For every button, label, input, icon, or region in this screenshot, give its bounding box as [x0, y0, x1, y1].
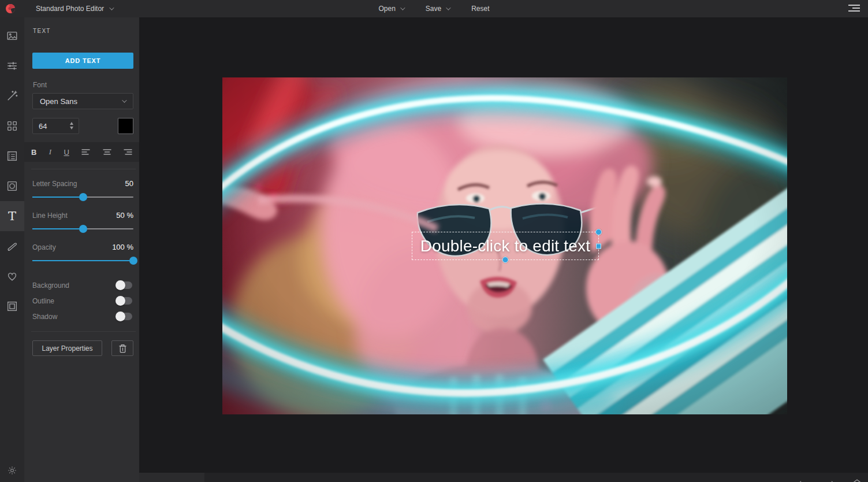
bottom-bar: − 100 % +: [139, 473, 868, 482]
hamburger-menu-icon[interactable]: [848, 5, 860, 12]
resize-handle-top-right[interactable]: [595, 229, 602, 235]
save-label: Save: [426, 5, 441, 13]
font-select[interactable]: Open Sans: [32, 93, 133, 109]
layer-properties-button[interactable]: Layer Properties: [32, 340, 102, 356]
opacity-value: 100 %: [112, 243, 133, 251]
toggle-knob: [116, 280, 125, 290]
chevron-down-icon: [122, 98, 126, 102]
letter-spacing-slider[interactable]: [32, 193, 133, 201]
topbar-actions: Open Save Reset: [378, 5, 489, 13]
letter-spacing-label: Letter Spacing: [32, 180, 77, 188]
underline-button[interactable]: U: [64, 142, 69, 162]
stepper-up-icon: [70, 122, 73, 125]
save-menu-button[interactable]: Save: [426, 5, 449, 13]
canvas-area: Double-click to edit text − 100 % +: [139, 17, 868, 482]
app-title: Standard Photo Editor: [36, 5, 104, 13]
bold-button[interactable]: B: [31, 142, 36, 162]
rail-item-focus[interactable]: [0, 171, 24, 201]
opacity-label: Opacity: [32, 243, 56, 251]
layer-actions: Layer Properties: [32, 340, 133, 356]
rail-item-sticker[interactable]: [0, 111, 24, 141]
letter-spacing-value: 50: [125, 179, 133, 188]
rail-item-filter[interactable]: [0, 81, 24, 111]
opacity-slider[interactable]: [32, 257, 133, 265]
resize-handle-bottom[interactable]: [502, 257, 509, 263]
text-color-swatch[interactable]: [118, 118, 133, 134]
line-height-slider[interactable]: [32, 225, 133, 233]
slider-thumb[interactable]: [79, 225, 87, 233]
undo-icon: [798, 479, 808, 482]
italic-button[interactable]: I: [49, 142, 51, 162]
redo-icon: [825, 479, 835, 482]
photo-editor-app: Standard Photo Editor Open Save Reset: [0, 0, 868, 482]
slider-thumb[interactable]: [129, 257, 137, 265]
line-height-value: 50 %: [116, 211, 133, 220]
sliders-icon: [6, 60, 18, 72]
grid-icon: [6, 120, 18, 132]
toggle-knob: [116, 296, 125, 306]
rail-item-frame[interactable]: [0, 141, 24, 171]
background-toggle[interactable]: [117, 281, 132, 289]
font-size-value: 64: [39, 122, 47, 131]
text-layer[interactable]: Double-click to edit text: [412, 232, 599, 260]
photo-canvas[interactable]: Double-click to edit text: [222, 77, 787, 414]
outline-toggle-label: Outline: [32, 297, 54, 305]
add-text-button[interactable]: ADD TEXT: [32, 53, 133, 69]
line-height-row: Line Height 50 %: [32, 211, 133, 233]
background-toggle-label: Background: [32, 281, 69, 290]
resize-handle-right[interactable]: [596, 243, 601, 249]
text-tool-panel: TEXT ADD TEXT Font Open Sans 64 B I U: [24, 17, 139, 482]
stepper-down-icon: [70, 127, 73, 129]
brush-icon: [6, 240, 18, 253]
font-label: Font: [33, 81, 133, 89]
settings-button[interactable]: [0, 462, 24, 479]
align-center-icon: [103, 149, 111, 155]
align-right-icon: [124, 149, 132, 155]
open-menu-button[interactable]: Open: [378, 5, 403, 13]
align-right-button[interactable]: [124, 142, 132, 162]
open-label: Open: [378, 5, 395, 13]
shadow-toggle[interactable]: [117, 313, 132, 320]
redo-button[interactable]: [825, 479, 835, 482]
divider: [31, 169, 136, 169]
history-controls: [798, 473, 868, 482]
chevron-down-icon: [109, 5, 114, 10]
opacity-row: Opacity 100 %: [32, 243, 133, 265]
topbar: Standard Photo Editor Open Save Reset: [0, 0, 868, 17]
gear-icon: [7, 465, 17, 476]
align-left-icon: [81, 149, 90, 155]
align-center-button[interactable]: [103, 142, 111, 162]
image-icon: [6, 29, 18, 42]
line-height-label: Line Height: [32, 212, 68, 220]
editor-title-menu[interactable]: Standard Photo Editor: [36, 5, 113, 13]
chevron-down-icon: [446, 5, 450, 10]
heart-icon: [6, 270, 18, 283]
outline-toggle[interactable]: [117, 297, 132, 305]
delete-layer-button[interactable]: [111, 340, 133, 356]
panel-title: TEXT: [33, 28, 133, 34]
square-in-square-icon: [6, 300, 18, 313]
slider-thumb[interactable]: [79, 193, 87, 201]
divider: [31, 331, 136, 332]
rail-item-brush[interactable]: [0, 231, 24, 261]
format-toolbar: B I U: [24, 142, 139, 162]
tool-rail: T: [0, 17, 24, 482]
toggle-knob: [116, 312, 125, 321]
rail-item-favorites[interactable]: [0, 261, 24, 291]
reset-button[interactable]: Reset: [471, 5, 489, 13]
reset-label: Reset: [471, 5, 489, 13]
rail-item-text[interactable]: T: [0, 201, 24, 231]
font-size-input[interactable]: 64: [32, 118, 79, 134]
font-size-stepper[interactable]: [70, 122, 73, 129]
rail-item-adjust[interactable]: [0, 51, 24, 81]
rail-item-transform[interactable]: [0, 21, 24, 51]
rail-item-border[interactable]: [0, 291, 24, 321]
chevron-down-icon: [400, 5, 405, 10]
trash-icon: [118, 344, 127, 353]
undo-button[interactable]: [798, 479, 808, 482]
diamond-logo-icon: [852, 478, 862, 482]
magic-wand-icon: [6, 90, 18, 102]
shadow-toggle-label: Shadow: [32, 313, 57, 321]
frame-lines-icon: [6, 150, 18, 162]
align-left-button[interactable]: [81, 142, 90, 162]
